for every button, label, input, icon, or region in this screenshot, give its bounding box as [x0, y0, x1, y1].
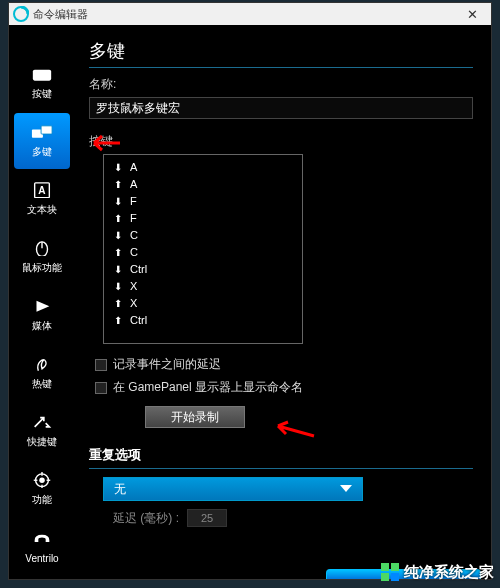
- keystroke-list[interactable]: ⬇A⬆A⬇F⬆F⬇C⬆C⬇Ctrl⬇X⬆X⬆Ctrl: [103, 154, 303, 344]
- watermark: 纯净系统之家: [380, 562, 494, 582]
- annotation-arrow-icon: [86, 131, 122, 155]
- keystroke-row[interactable]: ⬇Ctrl: [114, 261, 292, 278]
- keystroke-row[interactable]: ⬆F: [114, 210, 292, 227]
- editor-window: 命令编辑器 ✕ 按键 多键 A 文本块 鼠标功能 媒体: [8, 2, 492, 580]
- gamepanel-row[interactable]: 在 GamePanel 显示器上显示命令名: [95, 379, 473, 396]
- gamepanel-label: 在 GamePanel 显示器上显示命令名: [113, 379, 303, 396]
- svg-rect-19: [391, 573, 399, 581]
- record-delay-label: 记录事件之间的延迟: [113, 356, 221, 373]
- svg-rect-16: [381, 563, 389, 571]
- divider: [89, 468, 473, 469]
- multikey-icon: [31, 123, 53, 141]
- key-up-icon: ⬆: [114, 312, 122, 329]
- key-down-icon: ⬇: [114, 159, 122, 176]
- sidebar-label: 功能: [32, 493, 52, 507]
- sidebar-label: 按键: [32, 87, 52, 101]
- titlebar: 命令编辑器 ✕: [9, 3, 491, 25]
- keystroke-row[interactable]: ⬆C: [114, 244, 292, 261]
- keystroke-row[interactable]: ⬆A: [114, 176, 292, 193]
- keystroke-key: F: [130, 193, 137, 210]
- hotkey-icon: [31, 355, 53, 373]
- annotation-arrow-icon: [270, 418, 316, 442]
- name-label: 名称:: [89, 76, 473, 93]
- repeat-section: 重复选项 无 延迟 (毫秒) :: [89, 446, 473, 527]
- svg-point-10: [39, 477, 45, 483]
- sidebar-item-shortcut[interactable]: 快捷键: [14, 403, 70, 459]
- sidebar-label: 热键: [32, 377, 52, 391]
- sidebar-label: Ventrilo: [25, 553, 58, 564]
- page-heading: 多键: [89, 39, 473, 63]
- sidebar-label: 快捷键: [27, 435, 57, 449]
- keystroke-key: Ctrl: [130, 312, 147, 329]
- keystroke-key: X: [130, 295, 137, 312]
- sidebar-label: 多键: [32, 145, 52, 159]
- repeat-label: 重复选项: [89, 446, 473, 464]
- window-title: 命令编辑器: [33, 7, 457, 22]
- keystroke-icon: [31, 65, 53, 83]
- svg-rect-1: [33, 69, 51, 80]
- chevron-down-icon: [340, 482, 352, 496]
- svg-rect-18: [381, 573, 389, 581]
- keystroke-row[interactable]: ⬇A: [114, 159, 292, 176]
- sidebar-item-multikey[interactable]: 多键: [14, 113, 70, 169]
- mouse-icon: [31, 239, 53, 257]
- key-up-icon: ⬆: [114, 176, 122, 193]
- content-area: 按键 多键 A 文本块 鼠标功能 媒体 热键: [9, 25, 491, 579]
- keystroke-row[interactable]: ⬇X: [114, 278, 292, 295]
- sidebar: 按键 多键 A 文本块 鼠标功能 媒体 热键: [9, 25, 75, 579]
- repeat-value: 无: [114, 481, 126, 498]
- sidebar-item-hotkey[interactable]: 热键: [14, 345, 70, 401]
- key-down-icon: ⬇: [114, 278, 122, 295]
- keystroke-label: 按键: [89, 133, 473, 150]
- checkbox-icon[interactable]: [95, 359, 107, 371]
- delay-row: 延迟 (毫秒) :: [113, 509, 473, 527]
- keystroke-row[interactable]: ⬇F: [114, 193, 292, 210]
- close-button[interactable]: ✕: [457, 3, 487, 25]
- checkbox-icon[interactable]: [95, 382, 107, 394]
- svg-rect-17: [391, 563, 399, 571]
- key-up-icon: ⬆: [114, 295, 122, 312]
- key-down-icon: ⬇: [114, 193, 122, 210]
- sidebar-label: 鼠标功能: [22, 261, 62, 275]
- key-up-icon: ⬆: [114, 244, 122, 261]
- svg-marker-8: [37, 301, 50, 312]
- key-down-icon: ⬇: [114, 227, 122, 244]
- svg-marker-15: [340, 485, 352, 492]
- sidebar-label: 媒体: [32, 319, 52, 333]
- watermark-text: 纯净系统之家: [404, 563, 494, 582]
- repeat-dropdown[interactable]: 无: [103, 477, 363, 501]
- shortcut-icon: [31, 413, 53, 431]
- sidebar-label: 文本块: [27, 203, 57, 217]
- keystroke-row[interactable]: ⬆Ctrl: [114, 312, 292, 329]
- sidebar-item-ventrilo[interactable]: Ventrilo: [14, 519, 70, 575]
- sidebar-item-keystroke[interactable]: 按键: [14, 55, 70, 111]
- keystroke-key: A: [130, 176, 137, 193]
- divider: [89, 67, 473, 68]
- keystroke-key: C: [130, 244, 138, 261]
- main-panel: 多键 名称: 按键 ⬇A⬆A⬇F⬆F⬇C⬆C⬇Ctrl⬇X⬆X⬆Ctrl 记录事…: [75, 25, 491, 579]
- function-icon: [31, 471, 53, 489]
- sidebar-item-media[interactable]: 媒体: [14, 287, 70, 343]
- key-down-icon: ⬇: [114, 261, 122, 278]
- name-input[interactable]: [89, 97, 473, 119]
- logitech-logo-icon: [13, 6, 29, 22]
- delay-input[interactable]: [187, 509, 227, 527]
- media-icon: [31, 297, 53, 315]
- key-up-icon: ⬆: [114, 210, 122, 227]
- keystroke-key: C: [130, 227, 138, 244]
- keystroke-key: X: [130, 278, 137, 295]
- start-record-button[interactable]: 开始录制: [145, 406, 245, 428]
- svg-rect-3: [41, 126, 52, 134]
- sidebar-item-mouse[interactable]: 鼠标功能: [14, 229, 70, 285]
- keystroke-key: A: [130, 159, 137, 176]
- record-delay-row[interactable]: 记录事件之间的延迟: [95, 356, 473, 373]
- keystroke-row[interactable]: ⬇C: [114, 227, 292, 244]
- ventrilo-icon: [31, 531, 53, 549]
- sidebar-item-function[interactable]: 功能: [14, 461, 70, 517]
- sidebar-item-textblock[interactable]: A 文本块: [14, 171, 70, 227]
- svg-text:A: A: [38, 185, 46, 196]
- keystroke-row[interactable]: ⬆X: [114, 295, 292, 312]
- watermark-logo-icon: [380, 562, 400, 582]
- keystroke-key: Ctrl: [130, 261, 147, 278]
- keystroke-key: F: [130, 210, 137, 227]
